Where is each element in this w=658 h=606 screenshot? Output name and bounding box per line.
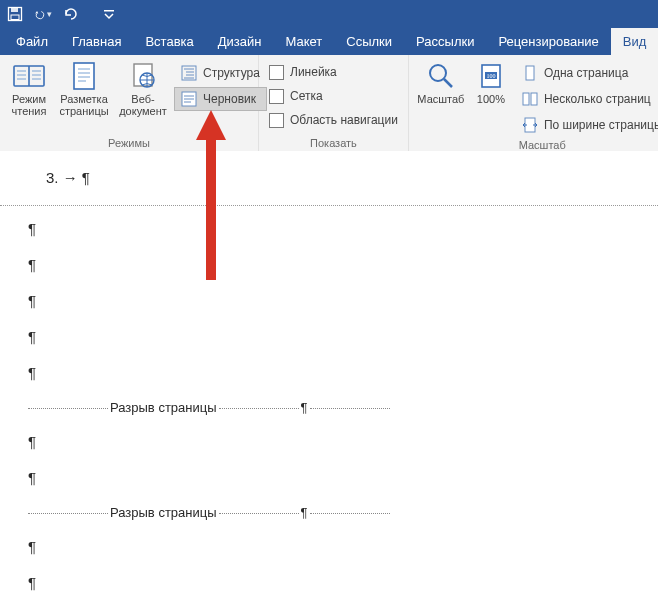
label: Масштаб xyxy=(417,93,464,105)
outline-view-button[interactable]: Структура xyxy=(174,61,267,85)
group-zoom: Масштаб 100 100% Одна страница Несколько… xyxy=(409,55,658,151)
tab-design[interactable]: Дизайн xyxy=(206,28,274,55)
tab-review[interactable]: Рецензирование xyxy=(486,28,610,55)
chevron-down-icon[interactable]: ▾ xyxy=(47,9,52,19)
navigation-pane-checkbox[interactable]: Область навигации xyxy=(265,109,402,131)
label: Разметка xyxy=(60,93,108,105)
tab-view[interactable]: Вид xyxy=(611,28,658,55)
label: Одна страница xyxy=(544,66,628,80)
text-line: 3. → ¶ xyxy=(46,169,658,187)
page-break: Разрыв страницы¶ xyxy=(28,400,658,415)
zoom-100-icon: 100 xyxy=(474,61,508,91)
group-label: Показать xyxy=(265,135,402,149)
one-page-icon xyxy=(522,65,538,81)
label: Режим xyxy=(12,93,46,105)
web-layout-icon xyxy=(126,61,160,91)
page-break: Разрыв страницы¶ xyxy=(28,505,658,520)
multiple-pages-icon xyxy=(522,91,538,107)
draft-view-button[interactable]: Черновик xyxy=(174,87,267,111)
print-layout-button[interactable]: Разметкастраницы xyxy=(56,59,112,117)
paragraph-mark: ¶ xyxy=(28,574,658,592)
svg-line-29 xyxy=(444,79,452,87)
tab-insert[interactable]: Вставка xyxy=(133,28,205,55)
outline-icon xyxy=(181,65,197,81)
undo-icon[interactable]: ▾ xyxy=(34,5,52,23)
group-label: Масштаб xyxy=(415,137,658,151)
group-show: Линейка Сетка Область навигации Показать xyxy=(259,55,409,151)
svg-rect-34 xyxy=(523,93,529,105)
svg-point-28 xyxy=(430,65,446,81)
checkbox-icon xyxy=(269,113,284,128)
tab-layout[interactable]: Макет xyxy=(273,28,334,55)
zoom-100-button[interactable]: 100 100% xyxy=(471,59,511,137)
customize-qat-icon[interactable] xyxy=(100,5,118,23)
label: По ширине страницы xyxy=(544,118,658,132)
paragraph-mark: ¶ xyxy=(28,364,658,382)
redo-icon[interactable] xyxy=(62,5,80,23)
svg-rect-12 xyxy=(74,63,94,89)
label: Область навигации xyxy=(290,113,398,127)
ribbon-tabs: Файл Главная Вставка Дизайн Макет Ссылки… xyxy=(0,28,658,55)
label: Несколько страниц xyxy=(544,92,651,106)
ruler-checkbox[interactable]: Линейка xyxy=(265,61,402,83)
paragraph-mark: ¶ xyxy=(28,328,658,346)
checkbox-icon xyxy=(269,65,284,80)
checkbox-icon xyxy=(269,89,284,104)
paragraph-mark: ¶ xyxy=(28,538,658,556)
tab-home[interactable]: Главная xyxy=(60,28,133,55)
web-layout-button[interactable]: Веб-документ xyxy=(116,59,170,117)
svg-rect-1 xyxy=(11,8,18,12)
save-icon[interactable] xyxy=(6,5,24,23)
page-width-icon xyxy=(522,117,538,133)
section-separator xyxy=(0,205,658,206)
label: документ xyxy=(119,105,167,117)
svg-rect-2 xyxy=(11,15,19,20)
label: Сетка xyxy=(290,89,323,103)
zoom-icon xyxy=(424,61,458,91)
read-mode-icon xyxy=(12,61,46,91)
draft-icon xyxy=(181,91,197,107)
group-label: Режимы xyxy=(6,135,252,149)
paragraph-mark: ¶ xyxy=(28,256,658,274)
paragraph-mark: ¶ xyxy=(28,292,658,310)
label: Линейка xyxy=(290,65,337,79)
one-page-button[interactable]: Одна страница xyxy=(515,61,658,85)
paragraph-mark: ¶ xyxy=(28,433,658,451)
zoom-button[interactable]: Масштаб xyxy=(415,59,467,137)
tab-mailings[interactable]: Рассылки xyxy=(404,28,486,55)
label: 100% xyxy=(477,93,505,105)
group-views: Режимчтения Разметкастраницы Веб-докумен… xyxy=(0,55,259,151)
page-width-button[interactable]: По ширине страницы xyxy=(515,113,658,137)
read-mode-button[interactable]: Режимчтения xyxy=(6,59,52,117)
svg-text:100: 100 xyxy=(486,73,495,79)
tab-references[interactable]: Ссылки xyxy=(334,28,404,55)
paragraph-mark: ¶ xyxy=(28,469,658,487)
ribbon: Режимчтения Разметкастраницы Веб-докумен… xyxy=(0,55,658,152)
paragraph-mark: ¶ xyxy=(28,220,658,238)
label: страницы xyxy=(59,105,108,117)
label: Веб- xyxy=(131,93,154,105)
print-layout-icon xyxy=(67,61,101,91)
label: Черновик xyxy=(203,92,256,106)
multiple-pages-button[interactable]: Несколько страниц xyxy=(515,87,658,111)
quick-access-toolbar: ▾ xyxy=(0,0,658,28)
document-area[interactable]: 3. → ¶ ¶ ¶ ¶ ¶ ¶ Разрыв страницы¶ ¶ ¶ Ра… xyxy=(0,151,658,606)
svg-rect-35 xyxy=(531,93,537,105)
svg-rect-33 xyxy=(526,66,534,80)
label: Структура xyxy=(203,66,260,80)
gridlines-checkbox[interactable]: Сетка xyxy=(265,85,402,107)
svg-rect-3 xyxy=(104,10,114,12)
label: чтения xyxy=(12,105,47,117)
tab-file[interactable]: Файл xyxy=(4,28,60,55)
